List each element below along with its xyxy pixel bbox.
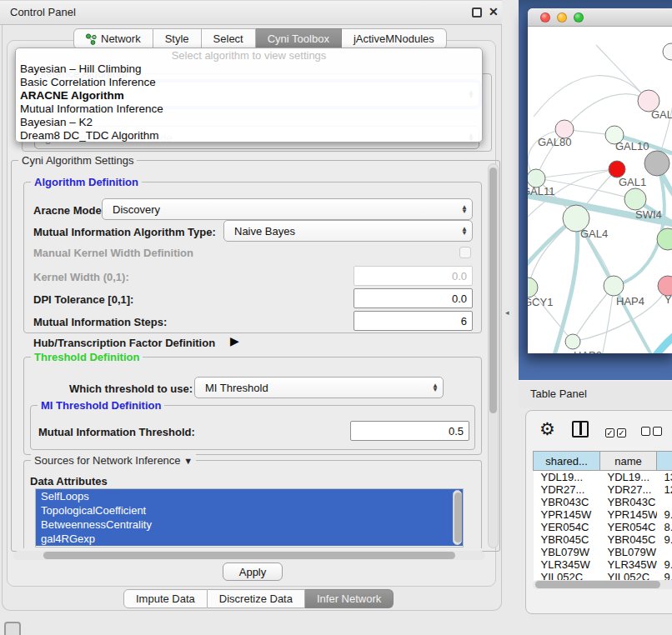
sources-collapse-arrow-icon[interactable]: ▼ <box>183 456 193 466</box>
table-cell[interactable] <box>657 496 672 508</box>
tab-label: jActiveMNodules <box>354 32 434 45</box>
splitter-collapse-icon[interactable]: ◂ <box>505 308 509 317</box>
table-cell[interactable]: YBR045C <box>534 533 600 546</box>
algorithm-option[interactable]: Mutual Information Inference <box>16 102 482 116</box>
table-column-header[interactable]: A <box>657 452 672 471</box>
table-cell[interactable]: YBL079W <box>600 546 657 558</box>
aracne-mode-combo[interactable]: Discovery ▲▼ <box>102 198 473 220</box>
which-threshold-combo[interactable]: MI Threshold ▲▼ <box>194 377 444 398</box>
table-horizontal-scrollbar[interactable] <box>533 580 672 589</box>
table-cell[interactable] <box>657 546 672 558</box>
network-node-hap4[interactable] <box>604 276 624 296</box>
network-node-gal1[interactable] <box>624 188 646 210</box>
attribute-list-item[interactable]: gal4RGexp <box>36 532 463 546</box>
tab-cyni-toolbox[interactable]: Cyni Toolbox <box>256 28 342 49</box>
table-row[interactable]: YLR345WYLR345W9. <box>534 558 672 571</box>
tab-style[interactable]: Style <box>153 28 202 49</box>
tab-jactivemnodules[interactable]: jActiveMNodules <box>342 28 447 49</box>
network-node[interactable] <box>609 161 625 178</box>
attribute-list-item[interactable]: SelfLoops <box>36 489 463 503</box>
float-panel-icon[interactable] <box>472 8 482 18</box>
table-cell[interactable]: YER054C <box>600 521 657 533</box>
table-column-header[interactable]: name <box>600 452 657 471</box>
algorithm-option[interactable]: Dream8 DC_TDC Algorithm <box>16 129 482 142</box>
network-node[interactable] <box>663 43 672 60</box>
table-cell[interactable]: 8. <box>657 521 672 533</box>
network-canvas[interactable]: GALGAL80GAL10GAL11GAL1GAL4SWI4GCY1HAP4YH… <box>528 27 672 353</box>
select-all-icon[interactable]: ✓✓ <box>605 424 626 439</box>
table-cell[interactable]: YPR145W <box>600 508 657 521</box>
table-cell[interactable]: 13 <box>657 471 672 484</box>
algorithm-option[interactable]: Bayesian – K2 <box>16 116 482 129</box>
table-cell[interactable]: YDR27... <box>534 483 600 496</box>
network-node-label: HAP2 <box>574 349 602 353</box>
table-cell[interactable]: 9. <box>657 533 672 546</box>
tab-label: Select <box>213 32 243 45</box>
panel-splitter[interactable] <box>502 0 519 612</box>
table-row[interactable]: YBR043CYBR043C <box>534 496 672 508</box>
table-cell[interactable]: YDL19... <box>534 471 600 484</box>
network-node-gcy1[interactable] <box>528 278 538 298</box>
attribute-list-item[interactable]: TopologicalCoefficient <box>36 503 463 518</box>
network-node-label: Y <box>664 293 672 306</box>
table-cell[interactable]: YLR345W <box>600 558 657 571</box>
algorithm-option[interactable]: Bayesian – Hill Climbing <box>16 62 482 76</box>
table-cell[interactable]: YBR043C <box>600 496 657 508</box>
gear-icon[interactable]: ⚙ <box>539 419 555 439</box>
zoom-traffic-light[interactable] <box>574 12 584 22</box>
algorithm-option[interactable]: Basic Correlation Inference <box>16 76 482 89</box>
minimized-panel-icon[interactable] <box>4 622 21 635</box>
manual-kernel-checkbox[interactable] <box>459 247 471 258</box>
table-row[interactable]: YPR145WYPR145W9. <box>534 508 672 521</box>
table-cell[interactable]: 9. <box>657 558 672 571</box>
network-node[interactable] <box>644 151 669 176</box>
split-columns-icon[interactable] <box>572 421 589 438</box>
mi-threshold-field[interactable] <box>350 421 469 441</box>
dpi-tolerance-field[interactable] <box>354 288 473 308</box>
deselect-all-icon[interactable] <box>641 424 662 439</box>
bottom-tab-infer-network[interactable]: Infer Network <box>305 589 394 608</box>
network-node-hap2[interactable] <box>565 334 580 349</box>
table-row[interactable]: YBL079WYBL079W <box>534 546 672 558</box>
settings-horizontal-scrollbar[interactable] <box>13 551 485 560</box>
table-row[interactable]: YBR045CYBR045C9. <box>534 533 672 546</box>
table-cell[interactable]: YPR145W <box>534 508 600 521</box>
table-cell[interactable]: YER054C <box>534 521 600 533</box>
close-panel-icon[interactable]: ✕ <box>489 5 499 18</box>
which-threshold-value: MI Threshold <box>195 382 428 394</box>
settings-vertical-scrollbar[interactable] <box>488 163 499 548</box>
network-node-label: GAL11 <box>528 185 555 198</box>
bottom-tab-discretize-data[interactable]: Discretize Data <box>208 589 305 608</box>
network-node-swi4[interactable] <box>657 228 672 250</box>
kernel-width-field[interactable] <box>354 266 473 286</box>
combo-arrows-icon: ▲▼ <box>457 205 472 213</box>
table-cell[interactable]: YDL19... <box>600 471 657 484</box>
close-traffic-light[interactable] <box>540 12 550 22</box>
tab-network[interactable]: Network <box>73 28 153 49</box>
table-row[interactable]: YDR27...YDR27...12 <box>534 483 672 496</box>
network-node-label: GAL80 <box>538 136 571 148</box>
apply-button[interactable]: Apply <box>223 562 283 581</box>
table-cell[interactable]: 12 <box>657 483 672 496</box>
algorithm-option[interactable]: ARACNE Algorithm <box>16 89 482 102</box>
table-cell[interactable]: YBL079W <box>534 546 600 558</box>
table-column-header[interactable]: shared... <box>534 452 600 471</box>
mi-type-label: Mutual Information Algorithm Type: <box>33 226 216 238</box>
attribute-list-item[interactable]: BetweennessCentrality <box>36 518 463 532</box>
table-cell[interactable]: YLR345W <box>534 558 600 571</box>
table-row[interactable]: YDL19...YDL19...13 <box>534 471 672 484</box>
network-window-titlebar[interactable] <box>528 8 672 27</box>
mi-type-combo[interactable]: Naive Bayes ▲▼ <box>223 220 473 242</box>
table-cell[interactable]: YBR043C <box>534 496 600 508</box>
hub-expand-arrow-icon[interactable]: ▶ <box>230 334 239 348</box>
tab-select[interactable]: Select <box>202 28 256 49</box>
node-table-header-row[interactable]: shared...nameA <box>534 452 672 471</box>
table-cell[interactable]: YDR27... <box>600 483 657 496</box>
attributes-list-scrollbar[interactable] <box>453 490 462 545</box>
mi-steps-field[interactable] <box>354 311 473 331</box>
table-cell[interactable]: YBR045C <box>600 533 657 546</box>
bottom-tab-impute-data[interactable]: Impute Data <box>123 589 208 608</box>
table-row[interactable]: YER054CYER054C8. <box>534 521 672 533</box>
table-cell[interactable]: 9. <box>657 508 672 521</box>
minimize-traffic-light[interactable] <box>557 12 567 22</box>
